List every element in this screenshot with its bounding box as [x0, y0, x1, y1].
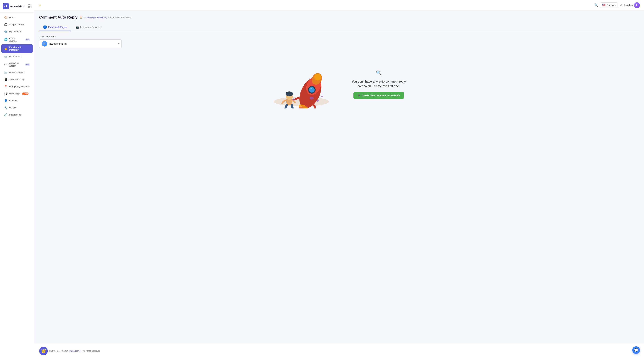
- logo-icon: mL: [3, 3, 9, 9]
- support-chat-icon: 💬: [634, 348, 638, 352]
- empty-state-row: 🔍 You don't have any auto comment reply …: [267, 60, 411, 108]
- gmb-icon: 📍: [4, 85, 8, 88]
- sidebar-item-contacts-label: Contacts: [9, 99, 18, 102]
- sidebar-item-email-label: Email Marketing: [9, 71, 25, 74]
- home-icon: 🏠: [4, 16, 8, 19]
- sidebar-item-email-marketing[interactable]: ✉️ Email Marketing: [1, 69, 33, 76]
- favorite-star-icon[interactable]: ☆: [38, 3, 42, 7]
- search-icon[interactable]: 🔍: [594, 3, 598, 7]
- empty-illustration: [267, 60, 332, 108]
- sidebar-item-contacts[interactable]: 👤 Contacts: [1, 97, 33, 104]
- account-icon: ⚙️: [4, 30, 8, 33]
- empty-text-block: 🔍 You don't have any auto comment reply …: [346, 70, 411, 99]
- page-select-left: Iz Izzuddin Ibrahim: [42, 41, 67, 46]
- language-label: English: [606, 4, 614, 6]
- instagram-tab-icon: 📷: [76, 25, 79, 29]
- sidebar-item-support-label: Support Center: [9, 23, 24, 26]
- brand-link[interactable]: mLeads Pro: [70, 350, 80, 352]
- tab-facebook-pages[interactable]: f Facebook Pages: [39, 24, 71, 31]
- sidebar-item-support[interactable]: 🎧 Support Center: [1, 21, 33, 28]
- svg-point-19: [316, 100, 319, 102]
- svg-rect-15: [286, 94, 293, 95]
- sidebar-item-ecommerce-label: Ecommerce: [9, 55, 21, 58]
- support-chat-button[interactable]: 💬: [632, 346, 640, 354]
- sms-icon: 📱: [4, 78, 8, 81]
- sidebar-item-facebook-instagram[interactable]: 👍 Facebook & Instagram: [1, 44, 33, 53]
- utilities-icon: 🔧: [4, 106, 8, 109]
- tab-instagram-business[interactable]: 📷 Instagram Business: [71, 24, 106, 31]
- facebook-icon: 👍: [4, 47, 8, 50]
- tab-instagram-label: Instagram Business: [80, 26, 102, 28]
- sidebar-item-ecommerce[interactable]: 🛒 Ecommerce: [1, 53, 33, 60]
- page-avatar: Iz: [42, 41, 47, 46]
- sidebar-item-fb-label: Facebook & Instagram: [9, 46, 30, 51]
- select-chevron-icon: ▾: [118, 42, 119, 45]
- beta-badge-webchat: Beta: [25, 63, 30, 66]
- sidebar-item-home-label: Home: [9, 16, 15, 19]
- page-content: Comment Auto Reply 🏠 » Messenger Marketi…: [34, 10, 644, 344]
- sidebar-item-gmb-label: Google My Business: [9, 85, 30, 88]
- sidebar-item-web-chat[interactable]: </> Web Chat Widget Beta: [1, 60, 33, 69]
- sidebar-item-whatsapp-label: WhatsApp: [9, 92, 20, 95]
- whatsapp-icon: 💬: [4, 92, 8, 95]
- sidebar-item-sms-marketing[interactable]: 📱 SMS Marketing: [1, 76, 33, 83]
- svg-point-18: [310, 97, 314, 100]
- breadcrumb-sep1: »: [83, 16, 84, 19]
- create-comment-auto-reply-button[interactable]: ➕ Create New Comment Auto Reply: [354, 92, 404, 99]
- facebook-tab-icon: f: [43, 25, 47, 29]
- breadcrumb-home-icon: 🏠: [80, 16, 82, 19]
- sidebar: mL mLeadsPro 🏠 Home 🎧 Support Center ⚙️ …: [0, 0, 34, 358]
- integrations-icon: 🔗: [4, 113, 8, 116]
- contacts-icon: 👤: [4, 99, 8, 102]
- sidebar-item-utilities-label: Utilities: [9, 106, 16, 109]
- tab-facebook-label: Facebook Pages: [48, 26, 67, 28]
- avatar: Iz: [634, 2, 640, 8]
- logout-icon[interactable]: ⎋: [620, 3, 622, 7]
- sidebar-item-integrations[interactable]: 🔗 Integrations: [1, 111, 33, 118]
- select-page-label: Select Your Page: [39, 35, 639, 38]
- svg-point-20: [292, 99, 295, 101]
- empty-state-icon: 🔍: [376, 70, 382, 76]
- empty-state-message: You don't have any auto comment reply ca…: [346, 79, 411, 89]
- breadcrumb-parent-link[interactable]: Messenger Marketing: [86, 16, 107, 19]
- support-icon: 🎧: [4, 23, 8, 26]
- sidebar-item-whatsapp[interactable]: 💬 WhatsApp 🔥 Hot: [1, 90, 33, 97]
- create-btn-icon: ➕: [358, 94, 360, 97]
- sidebar-item-integrations-label: Integrations: [9, 113, 21, 116]
- sidebar-item-my-account[interactable]: ⚙️ My Account: [1, 28, 33, 35]
- sidebar-item-omni-channel[interactable]: 🌐 Omni-channel Beta: [1, 35, 33, 44]
- copyright-text: COPYRIGHT ©2024: [49, 350, 68, 352]
- rights-text: , All rights Reserved: [82, 350, 100, 352]
- svg-point-21: [321, 96, 323, 97]
- username-label: Izzuddin: [624, 4, 633, 6]
- sidebar-nav: 🏠 Home 🎧 Support Center ⚙️ My Account 🌐 …: [0, 12, 34, 358]
- selected-page-name: Izzuddin Ibrahim: [49, 42, 67, 45]
- app-name: mLeadsPro: [10, 5, 24, 8]
- crown-badge: 👑: [39, 347, 48, 355]
- omni-channel-icon: 🌐: [4, 38, 8, 41]
- sidebar-item-webchat-label: Web Chat Widget: [9, 62, 23, 67]
- grid-icon[interactable]: [28, 4, 32, 8]
- topbar: ☆ 🔍 🇺🇸 English ▾ ⎋ Izzuddin Iz: [34, 0, 644, 10]
- main-panel: ☆ 🔍 🇺🇸 English ▾ ⎋ Izzuddin Iz Comment A…: [34, 0, 644, 358]
- chevron-down-icon: ▾: [615, 4, 616, 6]
- create-btn-label: Create New Comment Auto Reply: [362, 94, 400, 97]
- breadcrumb-sep2: »: [108, 16, 109, 19]
- sidebar-item-home[interactable]: 🏠 Home: [1, 14, 33, 21]
- footer: 👑 COPYRIGHT ©2024 mLeads Pro , All right…: [34, 344, 644, 358]
- language-selector[interactable]: 🇺🇸 English ▾: [600, 2, 618, 8]
- sidebar-item-google-my-business[interactable]: 📍 Google My Business: [1, 83, 33, 90]
- empty-state: 🔍 You don't have any auto comment reply …: [39, 53, 639, 115]
- ecommerce-icon: 🛒: [4, 55, 8, 58]
- breadcrumb: 🏠 » Messenger Marketing » Comment Auto R…: [80, 16, 132, 19]
- sidebar-item-my-account-label: My Account: [9, 30, 21, 33]
- email-icon: ✉️: [4, 71, 8, 74]
- hot-badge-whatsapp: 🔥 Hot: [22, 93, 29, 95]
- page-selector[interactable]: Iz Izzuddin Ibrahim ▾: [39, 39, 122, 48]
- flag-icon: 🇺🇸: [602, 3, 606, 7]
- user-menu[interactable]: Izzuddin Iz: [624, 2, 640, 8]
- sidebar-item-utilities[interactable]: 🔧 Utilities: [1, 104, 33, 111]
- page-title: Comment Auto Reply: [39, 15, 78, 19]
- webchat-icon: </>: [4, 63, 8, 66]
- select-page-section: Select Your Page Iz Izzuddin Ibrahim ▾: [39, 35, 639, 48]
